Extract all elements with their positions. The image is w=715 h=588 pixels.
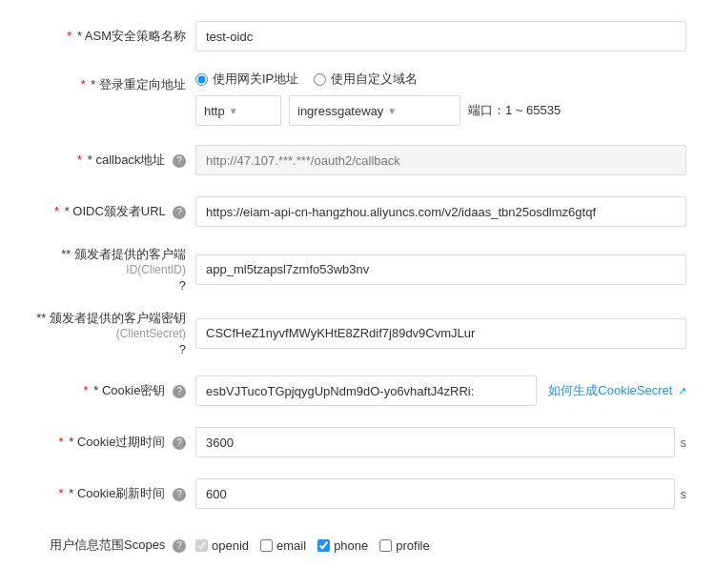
oidc-input[interactable] <box>195 196 686 227</box>
port-range: 端口：1 ~ 65535 <box>468 102 561 119</box>
protocol-value: http <box>204 104 225 118</box>
client-secret-help-icon[interactable]: ? <box>179 342 186 356</box>
protocol-select[interactable]: http ▼ <box>195 95 281 126</box>
gateway-value: ingressgateway <box>297 104 383 118</box>
scopes-help-icon[interactable]: ? <box>173 539 186 553</box>
scopes-row: openid email phone profile <box>195 538 430 553</box>
radio-domain[interactable] <box>314 73 326 86</box>
scope-phone-option[interactable]: phone <box>317 538 368 553</box>
radio-gateway-label: 使用网关IP地址 <box>213 71 298 88</box>
cookie-refresh-unit: s <box>681 487 687 501</box>
scope-phone-label: phone <box>334 538 368 553</box>
scope-profile-label: profile <box>396 538 429 553</box>
radio-domain-label: 使用自定义域名 <box>331 71 418 88</box>
asm-input[interactable] <box>195 21 686 51</box>
scope-profile-checkbox[interactable] <box>379 539 392 552</box>
redirect-label: * * 登录重定向地址 <box>29 71 195 93</box>
external-link-icon: ↗ <box>678 385 686 396</box>
radio-gateway[interactable] <box>195 73 208 86</box>
cookie-expiry-unit: s <box>681 436 687 450</box>
scope-openid-option[interactable]: openid <box>195 538 249 553</box>
oidc-label: * * OIDC颁发者URL ? <box>29 203 195 220</box>
client-secret-dual-label: ** 颁发者提供的客户端密钥 (ClientSecret) ? <box>29 310 195 356</box>
cookie-key-row: 如何生成CookieSecret ↗ <box>195 375 686 406</box>
client-id-help-icon[interactable]: ? <box>179 278 186 293</box>
asm-content <box>195 21 686 51</box>
client-secret-main-label: ** 颁发者提供的客户端密钥 <box>36 310 186 327</box>
scope-email-option[interactable]: email <box>260 538 306 553</box>
scopes-content: openid email phone profile <box>195 538 686 553</box>
protocol-arrow: ▼ <box>229 106 238 116</box>
cookie-refresh-input[interactable] <box>195 478 675 509</box>
scopes-label: 用户信息范围Scopes ? <box>29 537 195 554</box>
cookie-refresh-help-icon[interactable]: ? <box>173 488 186 501</box>
cookie-expiry-input[interactable] <box>195 427 675 457</box>
cookie-expiry-help-icon[interactable]: ? <box>173 436 186 450</box>
cookie-expiry-content: s <box>195 427 686 457</box>
scope-profile-option[interactable]: profile <box>379 538 429 553</box>
scope-email-checkbox[interactable] <box>260 539 273 552</box>
cookie-expiry-label: * * Cookie过期时间 ? <box>29 434 195 451</box>
cookie-key-label: * * Cookie密钥 ? <box>29 382 195 399</box>
gateway-select[interactable]: ingressgateway ▼ <box>289 95 460 126</box>
scope-phone-checkbox[interactable] <box>317 539 330 552</box>
cookie-key-input[interactable] <box>195 375 537 406</box>
oidc-help-icon[interactable]: ? <box>173 206 186 219</box>
callback-content <box>195 145 686 175</box>
radio-option-gateway[interactable]: 使用网关IP地址 <box>195 71 298 88</box>
client-id-sub-label: ID(ClientID) <box>126 263 186 276</box>
client-id-input[interactable] <box>195 254 686 285</box>
asm-label: * * ASM安全策略名称 <box>29 28 195 45</box>
cookie-secret-link[interactable]: 如何生成CookieSecret ↗ <box>548 382 686 399</box>
cookie-link-text: 如何生成CookieSecret <box>548 383 672 397</box>
scope-openid-label: openid <box>212 538 249 553</box>
cookie-key-help-icon[interactable]: ? <box>173 385 186 398</box>
client-id-dual-label: ** 颁发者提供的客户端 ID(ClientID) ? <box>29 246 195 293</box>
oidc-content <box>195 196 686 227</box>
scope-email-label: email <box>276 538 306 553</box>
client-secret-content <box>195 318 686 349</box>
callback-help-icon[interactable]: ? <box>173 154 186 168</box>
redirect-right: 使用网关IP地址 使用自定义域名 http ▼ ingressgateway ▼… <box>195 71 686 126</box>
cookie-key-content: 如何生成CookieSecret ↗ <box>195 375 686 406</box>
cookie-refresh-content: s <box>195 478 686 509</box>
client-id-main-label: ** 颁发者提供的客户端 <box>61 246 186 263</box>
callback-label: * * callback地址 ? <box>29 152 195 169</box>
callback-input[interactable] <box>195 145 686 175</box>
client-secret-input[interactable] <box>195 318 686 349</box>
radio-option-domain[interactable]: 使用自定义域名 <box>314 71 418 88</box>
gateway-arrow: ▼ <box>387 106 397 116</box>
client-secret-sub-label: (ClientSecret) <box>116 327 186 340</box>
scope-openid-checkbox[interactable] <box>195 539 208 552</box>
client-id-content <box>195 254 686 285</box>
cookie-refresh-label: * * Cookie刷新时间 ? <box>29 485 195 502</box>
